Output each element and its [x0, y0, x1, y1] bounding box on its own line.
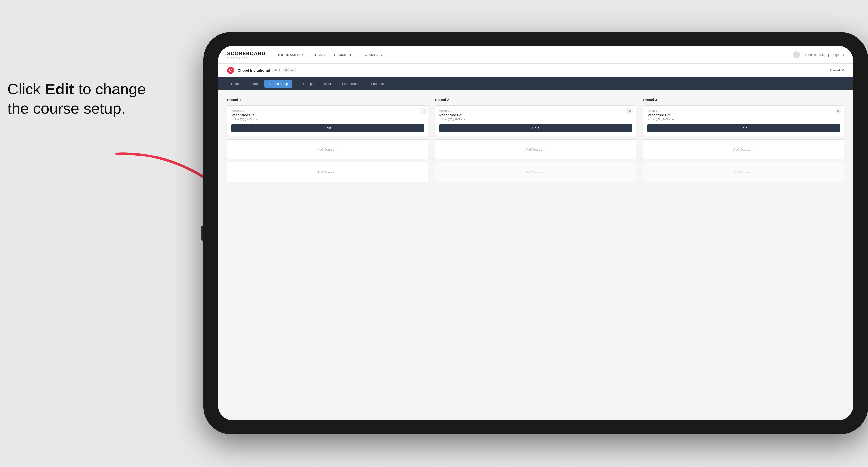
round-3-add-course-1[interactable]: Add Course + [643, 139, 844, 159]
user-email: blair@clippd.io [803, 53, 824, 57]
round-3-add-course-2-label: Add Course [733, 170, 750, 174]
user-avatar [793, 51, 800, 58]
user-section: blair@clippd.io | Sign out [793, 51, 844, 58]
separator: | [828, 53, 829, 57]
nav-committee[interactable]: COMMITTEE [334, 52, 355, 58]
round-1-add-course-2-label: Add Course [317, 170, 334, 174]
round-3-add-course-1-plus-icon: + [752, 147, 754, 152]
tab-teams[interactable]: Teams [246, 80, 264, 88]
top-nav: SCOREBOARD Powered by clippd TOURNAMENTS… [218, 46, 853, 64]
round-3-add-course-1-label: Add Course [733, 148, 750, 151]
tab-details[interactable]: Details [227, 80, 245, 88]
nav-tournaments[interactable]: TOURNAMENTS [277, 52, 304, 58]
round-3-card-actions: 🗑 [836, 108, 841, 114]
tournament-title: Clippd Invitational [238, 68, 270, 72]
round-1-course-name: Peachtree GC [231, 113, 424, 117]
round-3-add-course-2-plus-icon: + [752, 170, 754, 174]
round-2-delete-icon[interactable]: 🗑 [627, 108, 633, 114]
round-2-label: Round 2 [435, 98, 637, 102]
instruction-text: Click Edit to change the course setup. [7, 80, 151, 118]
tablet-screen: SCOREBOARD Powered by clippd TOURNAMENTS… [218, 46, 853, 421]
tab-tee-groups[interactable]: Tee Groups [293, 80, 318, 88]
logo-sub-text: Powered by clippd [227, 56, 266, 59]
round-2-course-details: Yellow (M) (6629 yds) [439, 118, 632, 121]
round-2-add-course-2: Add Course + [435, 162, 637, 182]
round-3-add-course-2: Add Course + [643, 162, 844, 182]
cancel-x-icon: ✕ [841, 68, 844, 72]
round-2-add-course-1[interactable]: Add Course + [435, 139, 637, 159]
round-1-add-course-1-plus-icon: + [336, 147, 338, 152]
round-3-column: Round 3 🗑 (Course A) Peachtree GC Yellow… [643, 98, 844, 185]
round-2-course-card: 🗑 (Course A) Peachtree GC Yellow (M) (66… [435, 105, 637, 136]
tab-results[interactable]: Results [319, 80, 337, 88]
scoreboard-logo: SCOREBOARD Powered by clippd [227, 51, 266, 59]
tablet-device: SCOREBOARD Powered by clippd TOURNAMENTS… [204, 32, 868, 434]
round-2-add-course-2-label: Add Course [525, 170, 542, 174]
nav-links: TOURNAMENTS TEAMS COMMITTEE RANKINGS [277, 52, 793, 58]
round-2-column: Round 2 🗑 (Course A) Peachtree GC Yellow… [435, 98, 637, 185]
round-1-add-course-1[interactable]: Add Course + [227, 139, 428, 159]
round-2-course-name: Peachtree GC [439, 113, 632, 117]
round-1-course-label: (Course A) [231, 109, 424, 112]
sign-out-link[interactable]: Sign out [832, 53, 844, 57]
rounds-grid: Round 1 ⠿ (Course A) Peachtree GC Yellow… [227, 98, 844, 185]
round-3-course-label: (Course A) [647, 109, 840, 112]
nav-rankings[interactable]: RANKINGS [364, 52, 382, 58]
hosting-badge: Hosting [283, 68, 296, 72]
instruction-bold: Edit [45, 80, 74, 97]
main-content: Round 1 ⠿ (Course A) Peachtree GC Yellow… [218, 90, 853, 421]
round-1-add-course-2[interactable]: Add Course + [227, 162, 428, 182]
round-3-course-details: Yellow (M) (6629 yds) [647, 118, 840, 121]
round-2-add-course-1-label: Add Course [525, 148, 542, 151]
tablet-side-button [202, 226, 204, 241]
tournament-header: C Clippd Invitational (Men) Hosting Canc… [218, 64, 853, 77]
round-2-add-course-1-plus-icon: + [544, 147, 546, 152]
sub-nav: Details Teams Course Setup Tee Groups Re… [218, 77, 853, 90]
round-3-label: Round 3 [643, 98, 844, 102]
tournament-gender-badge: (Men) [272, 69, 280, 72]
round-1-drag-icon[interactable]: ⠿ [420, 108, 426, 114]
app-container: SCOREBOARD Powered by clippd TOURNAMENTS… [218, 46, 853, 421]
round-1-label: Round 1 [227, 98, 428, 102]
round-1-add-course-1-label: Add Course [317, 148, 334, 151]
round-3-course-name: Peachtree GC [647, 113, 840, 117]
round-2-add-course-2-plus-icon: + [544, 170, 546, 174]
round-3-delete-icon[interactable]: 🗑 [836, 108, 841, 114]
nav-teams[interactable]: TEAMS [313, 52, 325, 58]
round-1-course-card: ⠿ (Course A) Peachtree GC Yellow (M) (66… [227, 105, 428, 136]
round-1-course-details: Yellow (M) (6629 yds) [231, 118, 424, 121]
round-2-card-actions: 🗑 [627, 108, 633, 114]
round-3-edit-button[interactable]: Edit [647, 124, 840, 132]
round-1-column: Round 1 ⠿ (Course A) Peachtree GC Yellow… [227, 98, 428, 185]
round-2-course-label: (Course A) [439, 109, 632, 112]
tab-leaderboards[interactable]: Leaderboards [338, 80, 366, 88]
round-1-add-course-2-plus-icon: + [336, 170, 338, 174]
logo-main-text: SCOREBOARD [227, 51, 266, 56]
tournament-logo-c: C [227, 67, 234, 74]
round-3-course-card: 🗑 (Course A) Peachtree GC Yellow (M) (66… [643, 105, 844, 136]
tab-printables[interactable]: Printables [367, 80, 390, 88]
round-1-card-actions: ⠿ [420, 108, 426, 114]
tab-course-setup[interactable]: Course Setup [265, 80, 292, 88]
round-2-edit-button[interactable]: Edit [439, 124, 632, 132]
round-1-edit-button[interactable]: Edit [231, 124, 424, 132]
cancel-button[interactable]: Cancel ✕ [830, 68, 844, 72]
